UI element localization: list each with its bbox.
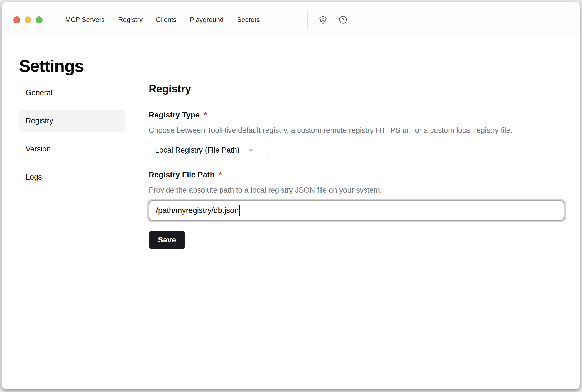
text-caret <box>239 205 240 216</box>
help-icon <box>339 16 347 24</box>
zoom-window-button[interactable] <box>36 16 43 23</box>
close-window-button[interactable] <box>13 16 20 23</box>
registry-file-path-description: Provide the absolute path to a local reg… <box>149 186 564 195</box>
title-bar: MCP Servers Registry Clients Playground … <box>2 2 580 38</box>
registry-file-path-label: Registry File Path * <box>149 170 564 179</box>
registry-type-description: Choose between ToolHive default registry… <box>149 126 564 135</box>
page-title: Settings <box>19 56 84 76</box>
registry-settings-panel: Registry Registry Type * Choose between … <box>149 82 564 249</box>
chevron-down-icon <box>247 146 255 154</box>
gear-icon <box>319 16 327 24</box>
app-window: MCP Servers Registry Clients Playground … <box>1 2 580 389</box>
settings-button[interactable] <box>318 15 328 24</box>
required-asterisk: * <box>204 111 207 119</box>
nav-item-registry[interactable]: Registry <box>118 16 143 24</box>
traffic-lights <box>13 16 43 23</box>
registry-file-path-label-text: Registry File Path <box>149 170 215 179</box>
minimize-window-button[interactable] <box>25 16 31 23</box>
title-bar-actions <box>307 2 348 38</box>
settings-content: General Registry Version Logs Registry R… <box>19 82 564 249</box>
main-nav: MCP Servers Registry Clients Playground … <box>65 2 260 38</box>
nav-divider <box>307 11 308 29</box>
sidebar-item-logs[interactable]: Logs <box>19 166 126 188</box>
registry-type-selected-value: Local Registry (File Path) <box>155 146 239 155</box>
settings-sidebar: General Registry Version Logs <box>19 82 126 249</box>
nav-item-secrets[interactable]: Secrets <box>237 16 260 24</box>
registry-file-path-input[interactable]: /path/myregistry/db.json <box>149 200 564 221</box>
sidebar-item-version[interactable]: Version <box>19 138 126 160</box>
nav-item-playground[interactable]: Playground <box>190 16 224 24</box>
save-button[interactable]: Save <box>149 231 185 249</box>
nav-item-clients[interactable]: Clients <box>156 16 176 24</box>
section-heading: Registry <box>149 83 564 95</box>
registry-file-path-value: /path/myregistry/db.json <box>156 206 239 215</box>
nav-item-mcp-servers[interactable]: MCP Servers <box>65 16 105 24</box>
registry-type-select[interactable]: Local Registry (File Path) <box>149 141 268 159</box>
registry-type-label-text: Registry Type <box>149 111 200 119</box>
help-button[interactable] <box>338 15 348 24</box>
required-asterisk: * <box>219 170 222 179</box>
sidebar-item-registry[interactable]: Registry <box>19 110 126 132</box>
registry-type-label: Registry Type * <box>149 111 564 119</box>
sidebar-item-general[interactable]: General <box>19 82 126 104</box>
